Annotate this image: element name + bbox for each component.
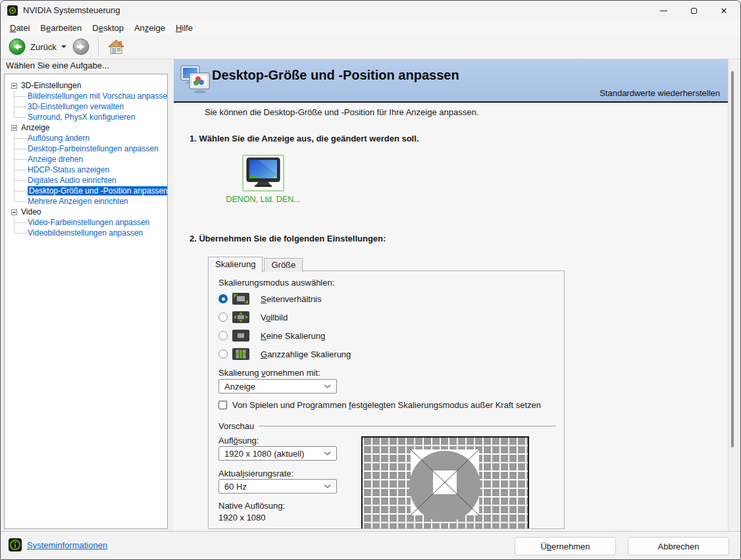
radio-button[interactable]	[218, 313, 228, 322]
scaling-tab-panel: Skalierungsmodus auswählen: Seitenverhäl…	[208, 270, 565, 529]
override-scaling-label: Von Spielen und Programmen festgelegten …	[232, 400, 541, 410]
radio-seitenverhaeltnis[interactable]: Seitenverhältnis	[218, 292, 322, 305]
display-settings-icon	[180, 65, 211, 96]
menu-desktop[interactable]: Desktop	[87, 22, 129, 34]
tree-group-3d: Bildeinstellungen mit Vorschau anpassen …	[14, 91, 166, 122]
integer-scaling-icon	[232, 348, 249, 360]
menu-bearbeiten[interactable]: Bearbeiten	[35, 22, 87, 34]
nvidia-control-panel-window: NVIDIA Systemsteuerung ✕ Datei Bearbeite…	[0, 0, 741, 560]
header-divider	[174, 101, 728, 103]
refresh-rate-dropdown[interactable]: 60 Hz	[218, 479, 337, 494]
restore-defaults-button[interactable]: Standardwerte wiederherstellen	[600, 88, 720, 98]
scaling-preview-image	[361, 436, 529, 529]
home-button[interactable]	[108, 39, 124, 55]
preview-group-label: Vorschau	[218, 421, 254, 431]
forward-icon	[72, 38, 89, 55]
collapse-icon[interactable]	[11, 209, 17, 215]
fullscreen-icon	[232, 311, 249, 323]
minimize-button[interactable]	[648, 1, 678, 20]
window-title: NVIDIA Systemsteuerung	[23, 1, 120, 20]
back-button[interactable]: Zurück	[9, 38, 66, 55]
page-title: Desktop-Größe und -Position anpassen	[212, 68, 459, 83]
radio-button-selected[interactable]	[218, 294, 228, 303]
menu-hilfe[interactable]: Hilfe	[170, 22, 198, 34]
resolution-label: Auflösung:	[218, 436, 259, 445]
maximize-button[interactable]	[678, 1, 709, 20]
apply-button[interactable]: Übernehmen	[515, 537, 616, 555]
preview-group: Vorschau	[218, 421, 556, 431]
chevron-down-icon	[324, 451, 331, 455]
monitor-icon	[245, 157, 282, 189]
refresh-rate-label: Aktualisierungsrate:	[218, 469, 294, 478]
menu-anzeige[interactable]: Anzeige	[129, 22, 170, 34]
back-icon	[9, 38, 26, 55]
tree-item-hdcp-status[interactable]: HDCP-Status anzeigen	[14, 165, 166, 175]
native-resolution-value: 1920 x 1080	[218, 513, 266, 522]
tree-item-mehrere-anzeigen[interactable]: Mehrere Anzeigen einrichten	[14, 196, 166, 207]
tab-skalierung[interactable]: Skalierung	[208, 257, 263, 272]
radio-button[interactable]	[218, 331, 228, 340]
back-button-label: Zurück	[30, 42, 57, 52]
forward-button[interactable]	[72, 38, 89, 55]
menubar: Datei Bearbeiten Desktop Anzeige Hilfe	[1, 20, 740, 35]
native-resolution-label: Native Auflösung:	[218, 501, 285, 511]
chevron-down-icon	[324, 484, 331, 488]
minimize-icon	[660, 11, 667, 11]
toolbar-separator	[98, 38, 99, 56]
override-scaling-checkbox-row[interactable]: Von Spielen und Programmen festgelegten …	[218, 400, 541, 410]
resolution-value: 1920 x 1080 (aktuell)	[224, 449, 304, 459]
resolution-dropdown[interactable]: 1920 x 1080 (aktuell)	[218, 446, 337, 461]
tree-item-surround-physx[interactable]: Surround, PhysX konfigurieren	[14, 112, 166, 122]
task-tree-panel: 3D-Einstellungen Bildeinstellungen mit V…	[4, 74, 168, 529]
radio-button[interactable]	[218, 349, 228, 359]
checkbox-unchecked[interactable]	[218, 401, 227, 409]
refresh-rate-value: 60 Hz	[224, 482, 247, 492]
scaling-mode-label: Skalierungsmodus auswählen:	[218, 278, 334, 288]
system-information-link[interactable]: Systeminformationen	[9, 538, 107, 551]
tree-item-3d-verwalten[interactable]: 3D-Einstellungen verwalten	[14, 101, 166, 112]
tree-item-video-farbeinstellungen[interactable]: Video-Farbeinstellungen anpassen	[14, 217, 166, 228]
close-button[interactable]: ✕	[709, 1, 739, 20]
task-pane-header: Wählen Sie eine Aufgabe...	[1, 59, 174, 74]
vertical-scrollbar[interactable]	[731, 71, 734, 447]
system-information-label: Systeminformationen	[27, 540, 107, 550]
radio-keine-skalierung[interactable]: Keine Skalierung	[218, 329, 325, 342]
tree-item-desktop-groesse-position[interactable]: Desktop-Größe und -Position anpassen	[14, 186, 166, 196]
tree-root-video[interactable]: Video	[11, 207, 166, 217]
tree-item-bildeinstellungen[interactable]: Bildeinstellungen mit Vorschau anpassen	[14, 91, 166, 101]
menu-datei[interactable]: Datei	[5, 22, 35, 34]
collapse-icon[interactable]	[11, 125, 17, 131]
main-content: Desktop-Größe und -Position anpassen Sta…	[174, 59, 728, 531]
tree-root-anzeige[interactable]: Anzeige	[11, 122, 166, 133]
home-icon	[108, 39, 124, 55]
tree-root-3d-einstellungen[interactable]: 3D-Einstellungen	[11, 80, 166, 91]
radio-vollbild[interactable]: Vollbild	[218, 311, 288, 324]
maximize-icon	[691, 8, 697, 14]
section1-heading: 1. Wählen Sie die Anzeige aus, die geänd…	[190, 134, 419, 143]
page-description: Sie können die Desktop-Größe und -Positi…	[205, 107, 478, 117]
settings-tabs: Skalierung Größe	[208, 257, 303, 272]
section2-heading: 2. Übernehmen Sie die folgenden Einstell…	[190, 234, 386, 243]
titlebar: NVIDIA Systemsteuerung ✕	[1, 1, 740, 20]
collapse-icon[interactable]	[11, 83, 17, 89]
window-controls: ✕	[648, 1, 739, 20]
tree-item-digitales-audio[interactable]: Digitales Audio einrichten	[14, 175, 166, 186]
tree-group-anzeige: Auflösung ändern Desktop-Farbeinstellung…	[14, 133, 166, 207]
no-scaling-icon	[232, 330, 249, 342]
footer-bar: Systeminformationen Übernehmen Abbrechen	[1, 531, 740, 560]
back-history-caret-icon[interactable]	[61, 45, 66, 48]
perform-scaling-dropdown[interactable]: Anzeige	[218, 379, 337, 394]
radio-ganzzahlige-skalierung[interactable]: Ganzzahlige Skalierung	[218, 347, 351, 361]
tab-groesse[interactable]: Größe	[264, 258, 303, 272]
tree-item-aufloesung-aendern[interactable]: Auflösung ändern	[14, 133, 166, 143]
nvidia-app-icon	[7, 5, 18, 16]
tree-item-anzeige-drehen[interactable]: Anzeige drehen	[14, 154, 166, 165]
tree-item-videobildeinstellungen[interactable]: Videobildeinstellungen anpassen	[14, 228, 166, 238]
perform-scaling-label: Skalierung vornehmen mit:	[218, 368, 320, 378]
chevron-down-icon	[324, 384, 331, 388]
display-select-tile[interactable]	[242, 155, 284, 191]
tree-item-desktop-farbeinstellungen[interactable]: Desktop-Farbeinstellungen anpassen	[14, 143, 166, 154]
page-header-band: Desktop-Größe und -Position anpassen Sta…	[174, 59, 728, 101]
cancel-button[interactable]: Abbrechen	[628, 537, 729, 555]
aspect-ratio-icon	[232, 293, 249, 305]
